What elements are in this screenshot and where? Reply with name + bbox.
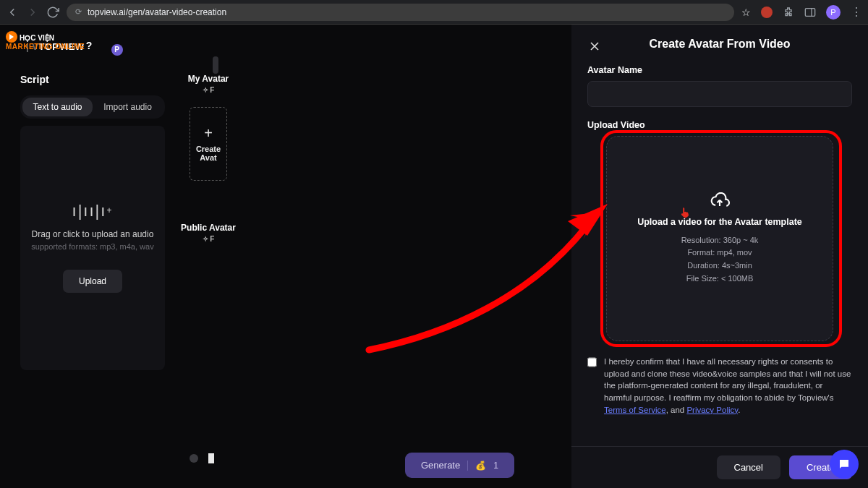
dot-indicator[interactable] <box>190 454 198 463</box>
cursor-pointer-icon <box>680 207 690 218</box>
script-mode-segmented: Text to audio Import audio <box>20 95 165 119</box>
svg-rect-0 <box>805 8 814 16</box>
watermark-overlay: HỌC VIỆN MARKETING ONLINE <box>6 29 85 51</box>
panel-divider <box>571 446 868 447</box>
nav-back-icon[interactable] <box>6 6 19 19</box>
user-avatar-small[interactable]: P <box>111 44 123 56</box>
site-info-icon[interactable]: ⟳ <box>75 7 82 17</box>
tab-text-to-audio[interactable]: Text to audio <box>22 98 93 116</box>
side-panel-icon[interactable] <box>804 7 816 17</box>
url-text: topview.ai/gen/avatar-video-creation <box>88 7 226 17</box>
help-icon[interactable]: ? <box>86 40 93 51</box>
nav-reload-icon[interactable] <box>46 6 59 19</box>
upload-video-label: Upload Video <box>587 120 852 130</box>
avatar-column: My Avatar✧ F + CreateAvat Public Avatar✧… <box>179 74 237 247</box>
kebab-menu-icon[interactable]: ⋮ <box>851 5 862 19</box>
upload-audio-button[interactable]: Upload <box>63 270 122 293</box>
extensions-puzzle-icon[interactable] <box>783 7 794 18</box>
consent-row: I hereby confirm that I have all necessa… <box>587 356 852 416</box>
avatar-name-input[interactable] <box>587 81 852 107</box>
cancel-button[interactable]: Cancel <box>717 455 780 479</box>
plus-icon: + <box>204 126 213 140</box>
generate-button[interactable]: Generate 💰 1 <box>405 453 514 478</box>
nav-forward-icon[interactable] <box>26 6 39 19</box>
public-avatar-label: Public Avatar✧ F <box>179 223 237 244</box>
browser-chrome: ⟳ topview.ai/gen/avatar-video-creation ☆… <box>0 0 868 25</box>
upload-specs: Resolution: 360p ~ 4k Format: mp4, mov D… <box>681 234 759 285</box>
credit-count: 1 <box>493 461 498 471</box>
cloud-upload-icon <box>710 192 730 210</box>
my-avatar-label: My Avatar✧ F <box>179 74 237 95</box>
create-avatar-label: CreateAvat <box>196 145 221 162</box>
privacy-link[interactable]: Privacy Policy <box>686 406 738 414</box>
credit-icon: 💰 <box>475 461 486 471</box>
close-icon[interactable] <box>587 39 602 53</box>
consent-text: I hereby confirm that I have all necessa… <box>604 356 852 416</box>
bookmark-star-icon[interactable]: ☆ <box>741 7 751 18</box>
sparkle-icon: ✧ F <box>203 235 215 244</box>
audio-dropzone[interactable]: ı|ıı|ı+ Drag or click to upload an audio… <box>20 126 165 370</box>
create-avatar-panel: Create Avatar From Video Avatar Name Upl… <box>571 25 868 488</box>
bottom-controls <box>190 453 214 463</box>
divider <box>467 461 468 471</box>
create-avatar-tile[interactable]: + CreateAvat <box>190 107 227 181</box>
tos-link[interactable]: Terms of Service <box>604 406 666 414</box>
generate-label: Generate <box>421 460 460 471</box>
audio-waveform-icon: ı|ıı|ı+ <box>72 203 114 219</box>
script-panel: Script Text to audio Import audio ı|ıı|ı… <box>20 74 165 370</box>
panel-title: Create Avatar From Video <box>649 38 790 51</box>
intercom-launcher[interactable] <box>830 450 859 479</box>
script-title: Script <box>20 74 165 85</box>
sparkle-icon: ✧ F <box>203 86 215 95</box>
upload-video-dropzone[interactable]: Upload a video for the Avatar template R… <box>606 136 833 341</box>
extension-icon[interactable] <box>761 7 773 18</box>
app-page: HỌC VIỆN MARKETING ONLINE | VTOPVIEW? P … <box>0 25 868 488</box>
url-bar[interactable]: ⟳ topview.ai/gen/avatar-video-creation <box>67 4 734 21</box>
tab-import-audio[interactable]: Import audio <box>93 98 163 116</box>
consent-checkbox[interactable] <box>587 357 597 367</box>
dropzone-label: Drag or click to upload an audio <box>32 229 154 239</box>
avatar-name-label: Avatar Name <box>587 65 852 75</box>
pause-icon[interactable] <box>208 453 214 463</box>
profile-avatar[interactable]: P <box>826 5 841 20</box>
play-logo-icon <box>6 31 17 43</box>
upload-box-title: Upload a video for the Avatar template <box>637 217 802 227</box>
scrollbar-thumb[interactable] <box>213 56 218 74</box>
dropzone-supported: supported formats: mp3, m4a, wav <box>31 242 153 251</box>
